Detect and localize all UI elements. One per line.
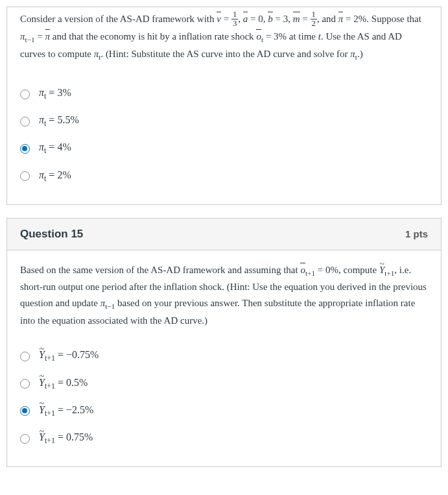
obar-tp1-eq: = 0% <box>315 265 338 275</box>
suppose: . Suppose that <box>366 14 421 24</box>
question-15-answers: Yt+1 = −0.75% Yt+1 = 0.5% Yt+1 = −2.5% Y… <box>7 337 441 466</box>
var-mbar: m <box>293 11 300 28</box>
var-bbar: b <box>268 11 273 28</box>
radio-15-d[interactable] <box>20 434 30 444</box>
var-abar: a <box>243 11 248 28</box>
and: , and <box>317 14 338 24</box>
question-card-14: Consider a version of the AS-AD framewor… <box>6 6 442 205</box>
var-obar: o <box>256 29 261 45</box>
var-ytilde: Y <box>379 262 384 278</box>
comma: , <box>238 14 243 24</box>
answer-14-d-label: πt = 2% <box>39 169 71 184</box>
var-vbar: v <box>217 11 221 28</box>
answer-14-a-label: πt = 3% <box>39 87 71 101</box>
question-15-header: Question 15 1 pts <box>7 219 441 250</box>
sub-tp1-2: t+1 <box>384 269 394 277</box>
bbar-eq: = 3, <box>273 14 293 24</box>
frac-1-2: 12 <box>311 10 317 28</box>
radio-14-b[interactable] <box>20 117 30 127</box>
question-15-points: 1 pts <box>405 228 428 239</box>
q15-intro: Based on the same version of the AS-AD f… <box>20 265 300 275</box>
answer-14-c-label: πt = 4% <box>39 141 71 156</box>
sub-tp1: t+1 <box>305 269 315 277</box>
hintend: .) <box>357 49 363 59</box>
answer-15-c[interactable]: Yt+1 = −2.5% <box>20 398 428 425</box>
question-15-body: Based on the same version of the AS-AD f… <box>7 250 441 338</box>
economy: and that the economy is hit by a inflati… <box>50 31 256 42</box>
abar-eq: = 0, <box>248 14 268 24</box>
pi-tm1-eq: = <box>35 31 45 42</box>
var-obar-tp1: o <box>300 262 305 278</box>
radio-15-a[interactable] <box>20 352 30 361</box>
question-card-15: Question 15 1 pts Based on the same vers… <box>6 218 442 467</box>
eq: = <box>221 14 231 24</box>
radio-15-b[interactable] <box>20 379 30 389</box>
answer-15-c-label: Yt+1 = −2.5% <box>39 404 93 418</box>
question-15-text: Based on the same version of the AS-AD f… <box>20 262 428 329</box>
radio-14-d[interactable] <box>20 171 30 181</box>
answer-15-b-label: Yt+1 = 0.5% <box>39 377 88 391</box>
radio-14-a[interactable] <box>20 90 30 99</box>
frac-1-3: 13 <box>231 10 238 28</box>
answer-14-a[interactable]: πt = 3% <box>20 80 428 108</box>
hint: . (Hint: Substitute the AS curve into th… <box>100 49 350 59</box>
answer-15-d-label: Yt+1 = 0.75% <box>39 431 93 446</box>
var-pibar: π <box>338 11 344 28</box>
compute: , compute <box>338 265 379 275</box>
answer-14-b[interactable]: πt = 5.5% <box>20 108 428 135</box>
answer-14-c[interactable]: πt = 4% <box>20 135 428 162</box>
question-14-answers: πt = 3% πt = 5.5% πt = 4% πt = 2% <box>7 75 441 204</box>
answer-15-a[interactable]: Yt+1 = −0.75% <box>20 343 428 370</box>
radio-15-c[interactable] <box>20 406 30 416</box>
question-15-title: Question 15 <box>20 228 83 241</box>
sub-tm1: t−1 <box>25 36 35 43</box>
obar-eq: = 3% <box>263 31 287 42</box>
mbar-eq: = <box>300 14 311 24</box>
sub-tm1-2: t−1 <box>105 302 115 310</box>
radio-14-c[interactable] <box>20 144 30 154</box>
question-14-text: Consider a version of the AS-AD framewor… <box>7 7 441 70</box>
attime: at time <box>287 31 318 42</box>
answer-15-a-label: Yt+1 = −0.75% <box>39 349 99 363</box>
answer-14-b-label: πt = 5.5% <box>39 114 79 128</box>
q14-intro: Consider a version of the AS-AD framewor… <box>20 14 217 24</box>
answer-15-b[interactable]: Yt+1 = 0.5% <box>20 370 428 398</box>
answer-15-d[interactable]: Yt+1 = 0.75% <box>20 425 428 452</box>
var-pibar2: π <box>45 29 51 45</box>
pibar-eq: = 2% <box>343 14 366 24</box>
answer-14-d[interactable]: πt = 2% <box>20 163 428 190</box>
